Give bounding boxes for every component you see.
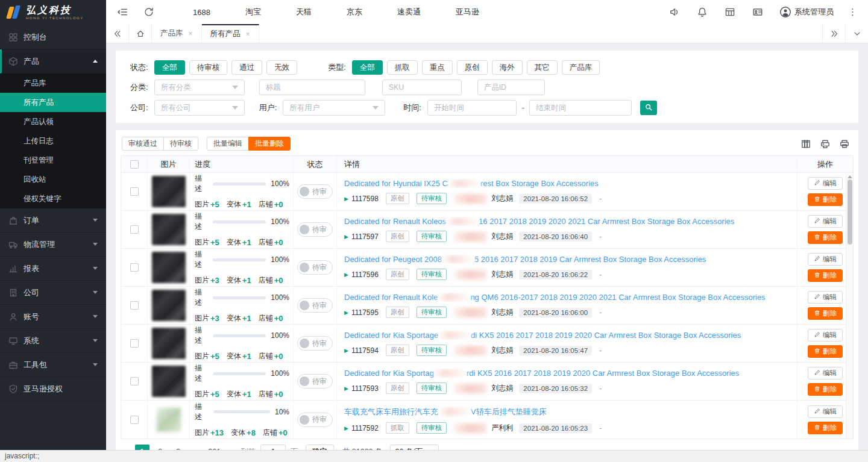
delete-button[interactable]: 删除 xyxy=(808,422,843,434)
page-button[interactable]: 1 xyxy=(135,445,149,450)
type-option-button[interactable]: 抓取 xyxy=(387,60,418,75)
search-button[interactable] xyxy=(640,101,657,115)
type-option-button[interactable]: 产品库 xyxy=(562,60,600,75)
table-scrollbar[interactable] xyxy=(846,173,853,439)
marketplace-link[interactable]: 京 京东 xyxy=(333,7,362,17)
marketplace-link[interactable]: a 1688 xyxy=(180,7,210,17)
prev-page-icon[interactable]: ‹ xyxy=(127,447,130,450)
title-input[interactable] xyxy=(259,80,365,95)
product-thumbnail[interactable] xyxy=(152,290,186,321)
more-menu-icon[interactable]: ⋮ xyxy=(848,9,857,15)
scroll-up-icon[interactable] xyxy=(848,175,852,178)
bell-icon[interactable] xyxy=(697,7,708,17)
user-menu[interactable]: 系统管理员 xyxy=(780,7,834,17)
sidebar-item[interactable]: 侵权关键字 xyxy=(0,189,106,208)
product-title-link[interactable]: 车载充气床车用旅行汽车充V轿车后排气垫睡觉床 xyxy=(344,407,790,417)
tab-close-icon[interactable]: × xyxy=(189,30,193,38)
home-icon[interactable] xyxy=(129,24,152,43)
tab-close-icon[interactable]: × xyxy=(246,30,250,39)
page-button[interactable]: 901 xyxy=(207,445,222,450)
sound-icon[interactable] xyxy=(669,7,680,17)
page-button[interactable]: 3 xyxy=(171,445,186,450)
row-checkbox[interactable] xyxy=(130,377,139,386)
sidebar-item[interactable]: 物流管理 xyxy=(0,233,106,257)
play-icon[interactable]: ▶ xyxy=(344,348,348,354)
sidebar-item[interactable]: 订单 xyxy=(0,208,106,233)
edit-button[interactable]: 编辑 xyxy=(808,253,843,266)
type-option-button[interactable]: 全部 xyxy=(352,60,383,75)
batch-edit-button[interactable]: 批量编辑 xyxy=(207,137,249,151)
delete-button[interactable]: 删除 xyxy=(808,231,843,244)
type-option-button[interactable]: 原创 xyxy=(457,60,488,75)
sidebar-item[interactable]: 产品库 xyxy=(0,73,106,93)
status-option-button[interactable]: 全部 xyxy=(154,60,185,75)
edit-button[interactable]: 编辑 xyxy=(808,177,843,190)
marketplace-link[interactable]: a 亚马逊 xyxy=(442,7,479,17)
sidebar-item[interactable]: 工具包 xyxy=(0,353,106,377)
delete-button[interactable]: 删除 xyxy=(808,383,843,396)
product-thumbnail[interactable] xyxy=(152,176,186,207)
tab[interactable]: 所有产品 × xyxy=(202,24,259,43)
id-card-icon[interactable] xyxy=(752,7,763,17)
sidebar-item[interactable]: 报表 xyxy=(0,257,106,281)
delete-button[interactable]: 删除 xyxy=(808,307,843,320)
set-pending-button[interactable]: 待审核 xyxy=(163,137,198,151)
time-start-input[interactable] xyxy=(427,100,517,116)
play-icon[interactable]: ▶ xyxy=(344,196,348,202)
type-option-button[interactable]: 重点 xyxy=(422,60,453,75)
sidebar-item[interactable]: 所有产品 xyxy=(0,93,106,112)
product-thumbnail[interactable] xyxy=(152,366,186,397)
category-select[interactable]: 所有分类 xyxy=(154,80,245,95)
apps-icon[interactable] xyxy=(725,7,735,17)
marketplace-link[interactable]: U 速卖通 xyxy=(384,7,421,17)
sidebar-item[interactable]: 上传日志 xyxy=(0,131,106,151)
edit-button[interactable]: 编辑 xyxy=(808,367,843,379)
delete-button[interactable]: 删除 xyxy=(808,269,843,282)
approve-button[interactable]: 审核通过 xyxy=(122,137,164,151)
tab[interactable]: 产品库 × xyxy=(152,24,202,43)
product-title-link[interactable]: Dedicated for Renault Koleng QM6 2016-20… xyxy=(344,293,790,302)
sidebar-item[interactable]: 亚马逊授权 xyxy=(0,377,106,401)
row-checkbox[interactable] xyxy=(130,225,139,234)
page-button[interactable]: 2 xyxy=(153,445,168,450)
play-icon[interactable]: ▶ xyxy=(344,386,348,392)
sidebar-item[interactable]: 刊登管理 xyxy=(0,151,106,170)
delete-button[interactable]: 删除 xyxy=(808,345,843,358)
scrollbar-thumb[interactable] xyxy=(848,179,852,245)
product-title-link[interactable]: Dedicated for Hyundai IX25 Crest Box Sto… xyxy=(344,179,790,188)
product-title-link[interactable]: Dedicated for Renault Koleos16 2017 2018… xyxy=(344,217,790,226)
edit-button[interactable]: 编辑 xyxy=(808,291,843,304)
product-title-link[interactable]: Dedicated for Kia Sportagrdi KX5 2016 20… xyxy=(344,369,790,378)
row-checkbox[interactable] xyxy=(130,339,139,348)
refresh-icon[interactable] xyxy=(143,7,154,17)
print-icon[interactable] xyxy=(839,139,850,149)
edit-button[interactable]: 编辑 xyxy=(808,329,843,342)
product-thumbnail[interactable] xyxy=(152,214,186,245)
sidebar-item[interactable]: 回收站 xyxy=(0,170,106,189)
sidebar-item[interactable]: 账号 xyxy=(0,305,106,329)
marketplace-link[interactable]: T 天猫 xyxy=(283,7,312,17)
status-option-button[interactable]: 无效 xyxy=(266,60,297,75)
columns-icon[interactable] xyxy=(800,139,811,149)
edit-button[interactable]: 编辑 xyxy=(808,215,843,228)
edit-button[interactable]: 编辑 xyxy=(808,405,843,418)
play-icon[interactable]: ▶ xyxy=(344,310,348,316)
status-option-button[interactable]: 待审核 xyxy=(189,60,228,75)
page-size-select[interactable]: 90 条/页 xyxy=(390,445,439,450)
product-thumbnail[interactable] xyxy=(152,252,186,283)
row-checkbox[interactable] xyxy=(130,301,139,310)
sidebar-item[interactable]: 控制台 xyxy=(0,25,106,49)
row-checkbox[interactable] xyxy=(130,416,139,424)
sidebar-item[interactable]: 产品 xyxy=(0,49,106,73)
sku-input[interactable] xyxy=(382,80,462,95)
sidebar-item[interactable]: 产品认领 xyxy=(0,112,106,131)
product-title-link[interactable]: Dedicated for Peugeot 20085 2016 2017 20… xyxy=(344,255,790,264)
row-checkbox[interactable] xyxy=(130,263,139,272)
play-icon[interactable]: ▶ xyxy=(344,272,348,278)
user-select[interactable]: 所有用户 xyxy=(283,100,385,116)
product-title-link[interactable]: Dedicated for Kia Sportagedi KX5 2016 20… xyxy=(344,331,790,340)
time-end-input[interactable] xyxy=(529,100,632,116)
expand-tabs-icon[interactable] xyxy=(822,24,845,43)
select-all-checkbox[interactable] xyxy=(130,160,139,169)
collapse-tabs-icon[interactable] xyxy=(106,24,129,43)
